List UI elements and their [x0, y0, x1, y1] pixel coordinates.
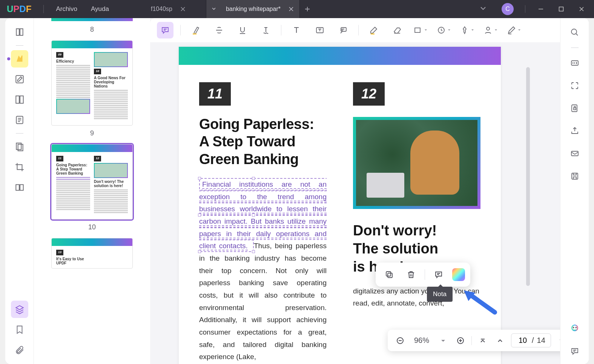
zoom-out-button[interactable]: [394, 334, 407, 347]
strikethrough-tool[interactable]: [211, 22, 227, 38]
page-view-icon[interactable]: [11, 91, 28, 108]
email-icon[interactable]: [567, 146, 582, 161]
article-image: [353, 117, 480, 209]
highlight-icon[interactable]: [11, 50, 28, 68]
note-button[interactable]: [430, 266, 447, 283]
svg-rect-16: [574, 108, 576, 110]
ocr-icon[interactable]: [567, 55, 582, 71]
text-tool[interactable]: [288, 22, 305, 38]
reader-icon[interactable]: [11, 23, 28, 41]
annotation-toolbar: [150, 18, 560, 42]
screenshot-icon[interactable]: [567, 78, 582, 93]
edit-text-icon[interactable]: [11, 71, 28, 88]
comment-tool[interactable]: [157, 22, 173, 38]
comments-icon[interactable]: [567, 344, 582, 359]
titlebar: UPDF Archivo Ayuda f1040sp banking white…: [0, 0, 594, 18]
redact-tool[interactable]: [506, 22, 522, 38]
search-icon[interactable]: [567, 25, 582, 40]
svg-rect-22: [341, 28, 346, 31]
page-number: 8: [51, 26, 133, 34]
organize-pages-icon[interactable]: [11, 138, 28, 155]
document-area: 11 Going Paperless: A Step Toward Green …: [150, 18, 560, 364]
crop-icon[interactable]: [11, 158, 28, 176]
window-controls: C: [472, 0, 594, 18]
next-page-button[interactable]: [556, 334, 560, 347]
squiggly-tool[interactable]: [258, 22, 274, 38]
tab-banking[interactable]: banking whitepapar*: [206, 0, 300, 18]
article-paragraph[interactable]: Financial institutions are not an except…: [199, 178, 327, 364]
thumbnail-panel: 8 09 Efficiency 10 A Good News For Devel…: [34, 18, 150, 364]
page-header-gradient: [179, 47, 501, 65]
zoom-dropdown[interactable]: [437, 334, 450, 347]
thumbnail-page-11[interactable]: 13 It's Easy to Use UPDF: [51, 238, 133, 269]
tab-f1040sp[interactable]: f1040sp: [131, 0, 206, 18]
zoom-in-button[interactable]: [454, 334, 467, 347]
tooltip-nota: Nota: [427, 287, 453, 302]
forms-icon[interactable]: [11, 111, 28, 129]
tab-label: f1040sp: [151, 6, 172, 12]
chevron-down-icon[interactable]: [472, 2, 494, 16]
copy-button[interactable]: [381, 266, 398, 283]
avatar[interactable]: C: [502, 3, 514, 15]
attach-icon[interactable]: [11, 341, 28, 359]
footer-bar: 96% / 14: [388, 330, 560, 351]
share-icon[interactable]: [567, 123, 582, 138]
protect-icon[interactable]: [567, 101, 582, 116]
page-number: 10: [51, 223, 133, 231]
close-icon[interactable]: [288, 6, 294, 12]
selection-context-menu: [376, 263, 470, 287]
textbox-tool[interactable]: [312, 22, 328, 38]
eraser-tool[interactable]: [389, 22, 405, 38]
pin-tool[interactable]: [459, 22, 476, 38]
article-title[interactable]: Going Paperless: A Step Toward Green Ban…: [199, 115, 327, 168]
app-logo: UPDF: [0, 4, 38, 14]
svg-rect-15: [572, 105, 577, 112]
chevron-down-icon[interactable]: [212, 6, 216, 12]
thumbnail-page-9[interactable]: 09 Efficiency 10 A Good News For Develop…: [51, 40, 133, 126]
svg-rect-23: [415, 28, 420, 32]
right-toolbar: [560, 18, 589, 364]
compare-icon[interactable]: [11, 179, 28, 196]
delete-button[interactable]: [403, 266, 419, 283]
menu-help[interactable]: Ayuda: [84, 5, 116, 13]
close-icon[interactable]: [180, 6, 186, 12]
maximize-button[interactable]: [553, 0, 570, 18]
menu-file[interactable]: Archivo: [49, 5, 84, 13]
highlighter-tool[interactable]: [187, 22, 204, 38]
page-content: 11 Going Paperless: A Step Toward Green …: [179, 47, 501, 364]
svg-point-19: [573, 327, 574, 328]
tab-strip: f1040sp banking whitepapar*: [131, 0, 315, 18]
first-page-button[interactable]: [476, 334, 489, 347]
minimize-button[interactable]: [532, 0, 549, 18]
color-picker-button[interactable]: [452, 268, 465, 281]
signer-tool[interactable]: [482, 22, 499, 38]
shape-tool[interactable]: [412, 22, 429, 38]
pencil-tool[interactable]: [365, 22, 382, 38]
svg-rect-14: [571, 61, 578, 65]
prev-page-button[interactable]: [494, 334, 507, 347]
callout-tool[interactable]: [335, 22, 351, 38]
ai-icon[interactable]: [567, 321, 582, 336]
workspace: 8 09 Efficiency 10 A Good News For Devel…: [5, 18, 589, 364]
underline-tool[interactable]: [234, 22, 251, 38]
stamp-tool[interactable]: [436, 22, 452, 38]
page-current-field[interactable]: [517, 336, 529, 345]
svg-rect-8: [20, 184, 23, 190]
svg-rect-3: [20, 96, 23, 103]
zoom-value[interactable]: 96%: [411, 336, 432, 345]
svg-rect-0: [559, 7, 563, 11]
bookmark-icon[interactable]: [11, 321, 28, 338]
thumbnail-page-10[interactable]: 11 Going Paperless: A Step Toward Green …: [51, 144, 133, 220]
scrollbar[interactable]: [526, 67, 530, 286]
add-tab-button[interactable]: [300, 0, 315, 18]
page-input[interactable]: / 14: [511, 333, 551, 347]
save-icon[interactable]: [567, 169, 582, 184]
tab-label: banking whitepapar*: [226, 6, 281, 12]
selected-text[interactable]: Financial institutions are not an except…: [199, 178, 327, 252]
close-button[interactable]: [573, 0, 590, 18]
svg-rect-1: [16, 75, 23, 83]
left-toolbar: [5, 18, 34, 364]
layers-icon[interactable]: [11, 301, 28, 318]
svg-rect-18: [572, 173, 578, 179]
page-total: 14: [537, 336, 545, 345]
